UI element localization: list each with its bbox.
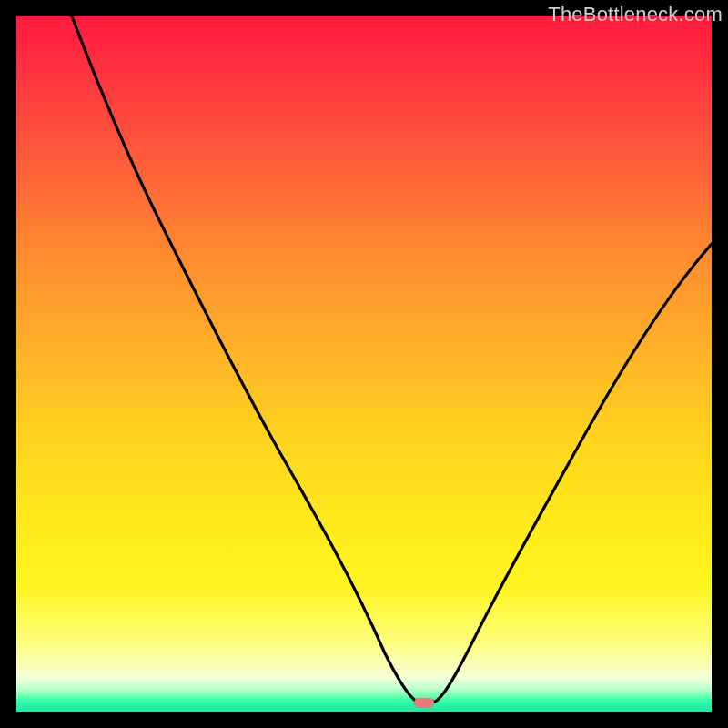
chart-frame: TheBottleneck.com — [0, 0, 728, 728]
watermark-text: TheBottleneck.com — [548, 3, 723, 26]
curve-path — [72, 16, 712, 702]
bottleneck-curve — [16, 16, 712, 712]
plot-area — [16, 16, 712, 712]
optimal-marker — [414, 698, 434, 708]
